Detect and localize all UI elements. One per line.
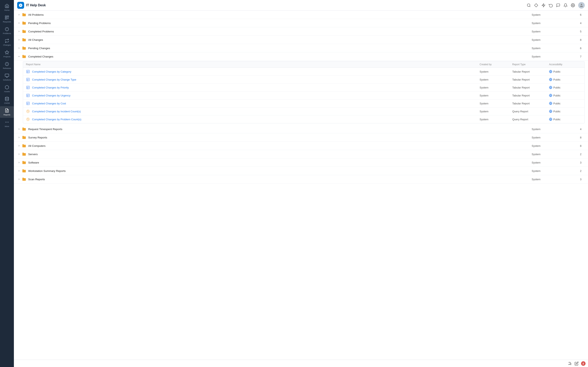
sub-row-access: Public — [549, 110, 582, 113]
header: IT Help Desk — [14, 0, 588, 11]
report-row-survey-reports[interactable]: Survey Reports System 8 — [14, 133, 588, 142]
report-row-all-computers[interactable]: All Computers System 8 — [14, 142, 588, 150]
svg-rect-37 — [26, 94, 30, 97]
folder-icon — [22, 152, 26, 156]
sidebar-item-reports[interactable]: Reports — [0, 106, 14, 118]
report-row-all-changes[interactable]: All Changes System 8 — [14, 36, 588, 44]
sidebar-item-requests[interactable]: Requests — [0, 13, 14, 25]
svg-marker-4 — [5, 50, 9, 54]
query-report-icon — [26, 109, 30, 113]
sub-row-created: System — [480, 94, 512, 97]
expanded-sub-table: Report Name Created by Report Type Acces… — [23, 61, 585, 123]
report-count: 8 — [568, 38, 585, 42]
chevron-right-icon — [17, 13, 21, 17]
bolt-icon[interactable] — [541, 3, 545, 7]
sidebar: Home Requests Problems Changes Projects … — [0, 0, 14, 367]
report-created-by: System — [532, 144, 568, 147]
report-name: Pending Problems — [28, 22, 532, 25]
header-actions — [527, 2, 585, 8]
sub-row-created: System — [480, 110, 512, 113]
report-count: 3 — [568, 178, 585, 181]
sub-row-name: Completed Changes by Priority — [32, 86, 480, 89]
history-icon[interactable] — [549, 3, 553, 7]
chat-icon[interactable] — [556, 3, 560, 7]
report-name: Request Timespent Reports — [28, 128, 532, 131]
settings-icon[interactable] — [571, 3, 575, 7]
report-created-by: System — [532, 128, 568, 131]
report-row-pending-problems[interactable]: Pending Problems System 4 — [14, 19, 588, 27]
report-created-by: System — [532, 47, 568, 50]
sidebar-item-releases[interactable]: Releases — [0, 60, 14, 71]
report-row-servers[interactable]: Servers System 2 — [14, 150, 588, 158]
sidebar-label-reports: Reports — [3, 114, 10, 116]
sidebar-item-problems[interactable]: Problems — [0, 25, 14, 36]
report-row-software[interactable]: Software System 3 — [14, 158, 588, 167]
sidebar-item-solutions[interactable]: Solutions — [0, 71, 14, 83]
svg-rect-25 — [26, 78, 30, 81]
sidebar-item-projects[interactable]: Projects — [0, 48, 14, 60]
report-row-scan-reports[interactable]: Scan Reports System 3 — [14, 175, 588, 184]
chevron-right-icon — [17, 177, 21, 181]
report-name: All Computers — [28, 144, 532, 147]
sub-row-created: System — [480, 70, 512, 73]
report-row-completed-changes[interactable]: Completed Changes System 7 — [14, 52, 588, 61]
svg-rect-6 — [5, 74, 9, 77]
sidebar-label-projects: Projects — [3, 55, 10, 58]
report-name: Scan Reports — [28, 178, 532, 181]
sub-table-row[interactable]: Completed Changes by Change Type System … — [23, 76, 585, 83]
col-header-name: Report Name — [26, 63, 480, 66]
report-row-pending-changes[interactable]: Pending Changes System 6 — [14, 44, 588, 52]
chevron-right-icon — [17, 136, 21, 139]
app-title: IT Help Desk — [26, 3, 46, 7]
sub-table-row[interactable]: Completed Changes by Urgency System Tabu… — [23, 92, 585, 100]
sidebar-label-problems: Problems — [3, 32, 11, 34]
chevron-right-icon — [17, 30, 21, 33]
report-count: 7 — [568, 55, 585, 58]
svg-point-50 — [28, 112, 28, 112]
report-created-by: System — [532, 55, 568, 58]
report-name: Software — [28, 161, 532, 164]
sub-row-access: Public — [549, 102, 582, 105]
svg-point-49 — [26, 110, 30, 113]
sub-table-row[interactable]: Completed Changes by Category System Tab… — [23, 68, 585, 76]
report-count: 6 — [568, 13, 585, 16]
translate-icon[interactable] — [568, 361, 572, 366]
tabular-report-icon — [26, 85, 30, 90]
report-row-completed-problems[interactable]: Completed Problems System 5 — [14, 27, 588, 36]
sub-table-row[interactable]: Completed Changes by Priority System Tab… — [23, 83, 585, 92]
sub-row-type: Query Report — [512, 110, 549, 113]
sidebar-item-more[interactable]: More — [0, 118, 14, 129]
bottom-toolbar: β — [14, 360, 588, 367]
report-row-workstation-summary[interactable]: Workstation Summary Reports System 2 — [14, 167, 588, 175]
sidebar-item-cmdb[interactable]: CMDB — [0, 95, 14, 106]
report-row-request-timespent[interactable]: Request Timespent Reports System 4 — [14, 125, 588, 133]
sub-row-access: Public — [549, 70, 582, 73]
avatar[interactable] — [578, 2, 585, 8]
bell-icon[interactable] — [563, 3, 568, 7]
sidebar-item-home[interactable]: Home — [0, 2, 14, 13]
sub-table-row[interactable]: Completed Changes by Cost System Tabular… — [23, 100, 585, 108]
sub-table-row[interactable]: Completed Changes by Incident Count(s) S… — [23, 108, 585, 115]
diamond-icon[interactable] — [534, 3, 538, 7]
report-count: 8 — [568, 144, 585, 147]
query-report-icon — [26, 117, 30, 121]
sub-row-name: Completed Changes by Problem Count(s) — [32, 118, 480, 121]
folder-icon — [22, 29, 26, 33]
report-row-all-problems[interactable]: All Problems System 6 — [14, 11, 588, 19]
edit-icon[interactable] — [575, 361, 579, 366]
sub-row-access: Public — [549, 118, 582, 121]
sidebar-label-requests: Requests — [3, 21, 11, 23]
report-name: Survey Reports — [28, 136, 532, 139]
search-icon[interactable] — [527, 3, 531, 7]
sidebar-item-assets[interactable]: Assets — [0, 83, 14, 95]
report-created-by: System — [532, 153, 568, 156]
report-created-by: System — [532, 22, 568, 25]
sidebar-item-changes[interactable]: Changes — [0, 36, 14, 48]
sub-row-type: Tabular Report — [512, 94, 549, 97]
sub-table-row[interactable]: Completed Changes by Problem Count(s) Sy… — [23, 115, 585, 123]
folder-icon — [22, 46, 26, 50]
report-created-by: System — [532, 13, 568, 16]
sub-row-name: Completed Changes by Category — [32, 70, 480, 73]
beta-badge[interactable]: β — [581, 361, 586, 366]
sub-row-type: Tabular Report — [512, 102, 549, 105]
